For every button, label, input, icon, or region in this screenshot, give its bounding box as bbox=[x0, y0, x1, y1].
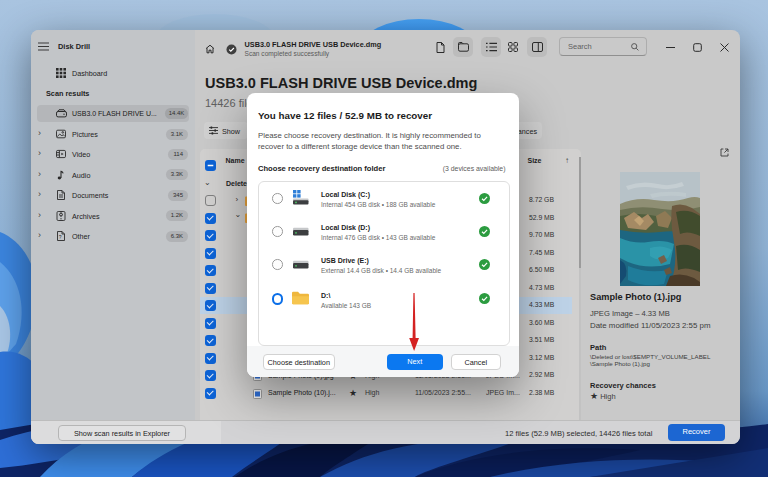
svg-text:?: ? bbox=[59, 234, 62, 240]
